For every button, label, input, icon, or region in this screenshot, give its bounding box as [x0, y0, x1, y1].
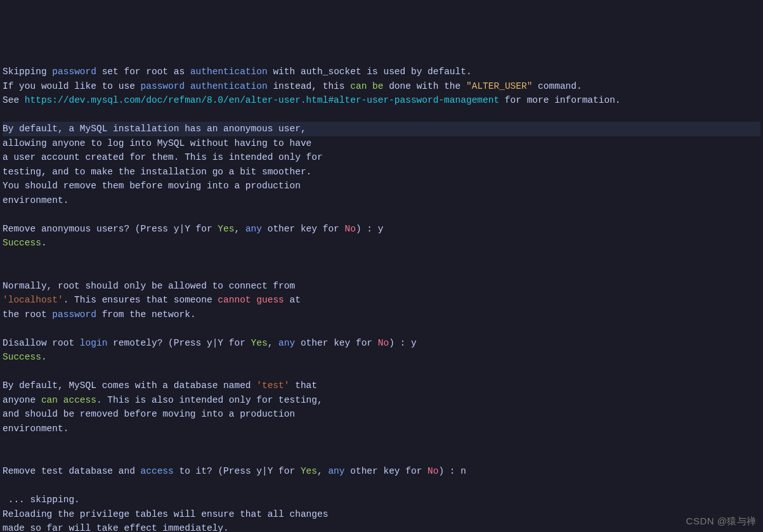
keyword: can	[41, 395, 58, 405]
text	[251, 295, 257, 305]
keyword: cannot	[218, 295, 251, 305]
text: other key for	[262, 224, 345, 234]
any-keyword: any	[328, 466, 344, 476]
no-option: No	[378, 338, 389, 348]
text	[367, 81, 372, 91]
text: command.	[532, 81, 582, 91]
keyword: access	[141, 466, 174, 476]
text: that	[289, 380, 317, 391]
any-keyword: any	[278, 338, 295, 348]
any-keyword: any	[245, 224, 262, 234]
url-link[interactable]: https://dev.mysql.com/doc/refman/8.0/en/…	[25, 95, 499, 105]
text: ,	[268, 338, 278, 348]
prompt-text: Remove anonymous users? (Press y|Y for	[3, 224, 218, 234]
success-text: Success	[3, 352, 41, 362]
prompt-text: Remove test database and	[3, 466, 141, 476]
text: If you would like to use	[3, 81, 141, 91]
text: set for root as	[96, 67, 190, 77]
success-text: Success	[3, 238, 41, 248]
text: Reloading the privilege tables will ensu…	[3, 509, 328, 519]
text: from the network.	[96, 309, 196, 320]
text: and should be removed before moving into…	[3, 409, 295, 419]
text: at	[284, 295, 301, 305]
keyword: password	[52, 309, 96, 320]
text: made so far will take effect immediately…	[3, 523, 229, 532]
yes-option: Yes	[218, 224, 234, 234]
keyword: access	[63, 395, 96, 405]
keyword: password	[52, 67, 96, 77]
text: the root	[3, 309, 52, 320]
keyword: can	[350, 81, 367, 91]
text: Skipping	[3, 67, 52, 77]
text: for more information.	[499, 95, 620, 105]
text: . This ensures that someone	[63, 295, 218, 305]
text: allowing anyone to log into MySQL withou…	[3, 138, 311, 148]
text: done with the	[383, 81, 466, 91]
text: environment.	[3, 424, 68, 434]
text: ,	[317, 466, 328, 476]
text: remotely? (Press y|Y for	[107, 338, 251, 348]
keyword: authentication	[190, 67, 268, 77]
text: .	[41, 238, 47, 248]
keyword: authentication	[190, 81, 268, 91]
text: anyone	[3, 395, 41, 405]
user-input: ) : y	[356, 224, 384, 234]
terminal-output: Skipping password set for root as authen…	[3, 65, 760, 532]
string: 'test'	[256, 380, 289, 391]
text: with auth_socket is used by default.	[268, 67, 472, 77]
user-input: ) : n	[438, 466, 466, 476]
string: "ALTER_USER"	[466, 81, 532, 91]
text: Normally, root should only be allowed to…	[3, 281, 295, 291]
text: ... skipping.	[3, 495, 80, 505]
text: By default, MySQL comes with a database …	[3, 380, 256, 391]
prompt-text: Disallow root	[3, 338, 80, 348]
keyword: guess	[256, 295, 284, 305]
text: other key for	[295, 338, 378, 348]
no-option: No	[345, 224, 356, 234]
text: By default, a MySQL installation has an …	[3, 124, 306, 134]
text: ,	[234, 224, 245, 234]
text: a user account created for them. This is…	[3, 152, 323, 162]
text: environment.	[3, 195, 68, 205]
text: other key for	[345, 466, 428, 476]
yes-option: Yes	[301, 466, 317, 476]
keyword: password	[141, 81, 185, 91]
text: instead, this	[268, 81, 351, 91]
text	[185, 81, 190, 91]
string: 'localhost'	[3, 295, 63, 305]
text: . This is also intended only for testing…	[96, 395, 323, 405]
text: See	[3, 95, 25, 105]
keyword: login	[80, 338, 108, 348]
user-input: ) : y	[389, 338, 417, 348]
no-option: No	[427, 466, 438, 476]
watermark: CSDN @猿与禅	[686, 514, 757, 529]
text: .	[41, 352, 47, 362]
text	[58, 395, 63, 405]
text: testing, and to make the installation go…	[3, 167, 311, 177]
text: to it? (Press y|Y for	[174, 466, 301, 476]
yes-option: Yes	[251, 338, 268, 348]
text: You should remove them before moving int…	[3, 181, 301, 191]
keyword: be	[372, 81, 383, 91]
